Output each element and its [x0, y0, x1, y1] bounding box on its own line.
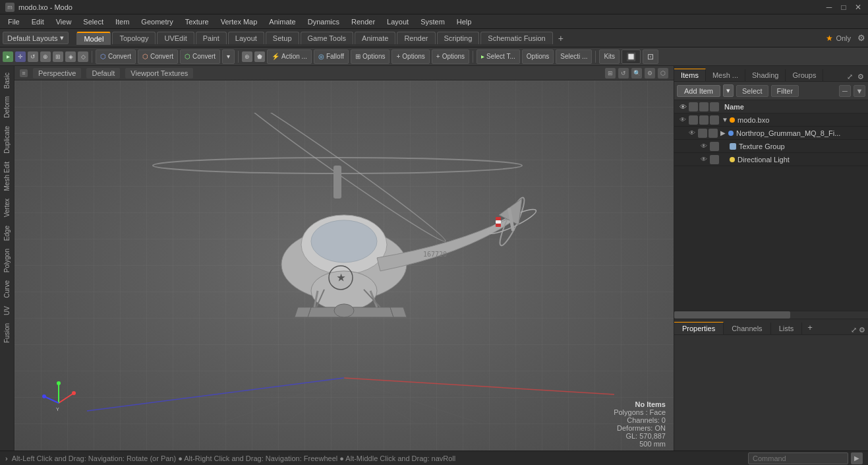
item-eye-mesh[interactable]: 👁 [686, 129, 698, 137]
rp-expand-icon[interactable]: ⤢ [845, 72, 854, 81]
item-eye-light[interactable]: 👁 [698, 156, 710, 163]
tool-transform-icon[interactable]: ⊞ [53, 51, 63, 62]
viewport-icon-1[interactable]: ⊞ [605, 68, 616, 78]
rp-tab-shading[interactable]: Shading [745, 69, 786, 81]
menu-texture[interactable]: Texture [180, 16, 214, 27]
sidebar-item-fusion[interactable]: Fusion [1, 319, 13, 347]
tab-render[interactable]: Render [397, 32, 435, 44]
tool-select-icon[interactable]: ▸ [3, 51, 13, 62]
props-settings-icon[interactable]: ⚙ [859, 326, 865, 334]
sidebar-item-basic[interactable]: Basic [1, 69, 13, 92]
menu-dynamics[interactable]: Dynamics [303, 16, 345, 27]
options-btn-3[interactable]: + Options [432, 49, 469, 64]
list-item[interactable]: 👁 ▶ Directional Light [674, 153, 868, 166]
viewport-icon-2[interactable]: ↺ [618, 68, 629, 78]
falloff-btn[interactable]: ◎ Falloff [314, 49, 349, 64]
maximize-button[interactable]: □ [839, 3, 848, 12]
items-minus-btn[interactable]: ─ [839, 85, 851, 97]
sidebar-item-edge[interactable]: Edge [1, 222, 13, 245]
list-item[interactable]: 👁 ▶ Northrop_Grumman_MQ_8_Fi... [674, 127, 868, 140]
tab-setup[interactable]: Setup [266, 32, 299, 44]
menu-select[interactable]: Select [78, 16, 109, 27]
tab-model[interactable]: Model [76, 32, 111, 45]
options-btn-1[interactable]: ⊞ Options [351, 49, 390, 64]
viewport-icon-4[interactable]: ⚙ [645, 68, 655, 78]
props-expand-icon[interactable]: ⤢ [851, 326, 857, 334]
add-item-button[interactable]: Add Item [677, 85, 720, 97]
item-arrow-root[interactable]: ▼ [722, 116, 730, 123]
sidebar-item-meshedit[interactable]: Mesh Edit [1, 158, 13, 195]
tab-layout[interactable]: Layout [228, 32, 264, 44]
options-btn-4[interactable]: Options [522, 49, 554, 64]
minimize-button[interactable]: ─ [825, 3, 834, 12]
tab-scripting[interactable]: Scripting [437, 32, 480, 44]
items-filter-icon[interactable]: ▼ [854, 85, 865, 97]
vp-tab-textures[interactable]: Viewport Textures [125, 68, 193, 78]
add-item-dropdown[interactable]: ▾ [723, 84, 734, 97]
convert-btn-1[interactable]: ⬡ Convert [96, 49, 136, 64]
sidebar-item-uv[interactable]: UV [1, 302, 13, 319]
props-tab-lists[interactable]: Lists [771, 323, 803, 334]
items-scrollbar[interactable] [674, 311, 868, 319]
select-t-btn[interactable]: ▸ Select T... [477, 49, 520, 64]
list-item[interactable]: 👁 ▼ modo.bxo [674, 113, 868, 127]
selecti-btn[interactable]: Selecti ... [556, 49, 592, 64]
select-button[interactable]: Select [736, 85, 768, 97]
sidebar-item-deform[interactable]: Deform [1, 92, 13, 122]
options-btn-2[interactable]: + Options [391, 49, 429, 64]
scrollbar-thumb[interactable] [674, 311, 790, 319]
tool-scale-icon[interactable]: ⊕ [40, 51, 51, 62]
tab-gametools[interactable]: Game Tools [301, 32, 354, 44]
sidebar-item-vertex[interactable]: Vertex [1, 195, 13, 221]
menu-layout[interactable]: Layout [382, 16, 414, 27]
tab-paint[interactable]: Paint [196, 32, 227, 44]
titlebar-controls[interactable]: ─ □ ✕ [825, 3, 863, 12]
command-submit-icon[interactable]: ▶ [851, 452, 863, 464]
item-eye-texture[interactable]: 👁 [698, 142, 710, 150]
sidebar-item-curve[interactable]: Curve [1, 276, 13, 302]
viewport-icon-5[interactable]: ⬡ [658, 68, 668, 78]
tab-animate[interactable]: Animate [355, 32, 395, 44]
command-input[interactable] [748, 452, 848, 464]
item-eye-root[interactable]: 👁 [677, 116, 689, 123]
menu-help[interactable]: Help [451, 16, 477, 27]
sidebar-item-polygon[interactable]: Polygon [1, 245, 13, 276]
rp-tab-mesh[interactable]: Mesh ... [706, 69, 745, 81]
menu-geometry[interactable]: Geometry [136, 16, 178, 27]
close-button[interactable]: ✕ [854, 3, 863, 12]
tool-b-icon[interactable]: ◇ [78, 51, 88, 62]
tab-add-button[interactable]: + [554, 32, 567, 45]
menu-vertexmap[interactable]: Vertex Map [216, 16, 263, 27]
tab-uvedit[interactable]: UVEdit [157, 32, 194, 44]
tool-move-icon[interactable]: ✛ [15, 51, 26, 62]
tab-schematicfusion[interactable]: Schematic Fusion [480, 32, 552, 44]
convert-btn-3[interactable]: ⬡ Convert [180, 49, 220, 64]
props-tab-channels[interactable]: Channels [724, 323, 770, 334]
vp-tab-default[interactable]: Default [86, 68, 120, 78]
tool-last[interactable]: ⊡ [643, 49, 658, 64]
item-arrow-mesh[interactable]: ▶ [720, 129, 728, 137]
settings-icon[interactable]: ⚙ [857, 33, 865, 43]
tool-rotate-icon[interactable]: ↺ [28, 51, 38, 62]
viewport-icon-3[interactable]: 🔍 [631, 68, 642, 78]
kits-btn[interactable]: Kits [599, 49, 620, 64]
props-tab-properties[interactable]: Properties [674, 322, 724, 334]
tool-c-icon[interactable]: ⊛ [242, 51, 252, 62]
props-tab-add[interactable]: + [802, 321, 818, 334]
rp-tab-items[interactable]: Items [674, 69, 706, 81]
menu-file[interactable]: File [3, 16, 25, 27]
viewport-menu-icon[interactable]: ≡ [20, 69, 28, 77]
vp-tab-perspective[interactable]: Perspective [33, 68, 81, 78]
tool-d-icon[interactable]: ⬟ [254, 51, 265, 62]
filter-button[interactable]: Filter [771, 85, 799, 97]
rp-settings-icon[interactable]: ⚙ [856, 72, 865, 81]
menu-edit[interactable]: Edit [26, 16, 49, 27]
unreal-icon[interactable]: 🔲 [622, 49, 641, 64]
menu-animate[interactable]: Animate [264, 16, 301, 27]
tool-a-icon[interactable]: ◈ [65, 51, 76, 62]
convert-btn-2[interactable]: ⬡ Convert [138, 49, 178, 64]
rp-tab-groups[interactable]: Groups [786, 69, 823, 81]
sidebar-item-duplicate[interactable]: Duplicate [1, 122, 13, 158]
tab-topology[interactable]: Topology [112, 32, 156, 44]
menu-item[interactable]: Item [110, 16, 134, 27]
